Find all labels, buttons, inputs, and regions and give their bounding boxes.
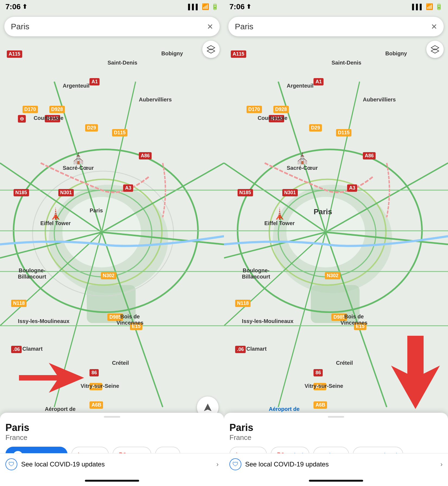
road-badge-d115-r: D115 bbox=[336, 129, 351, 136]
marker-bois: Bois deVincennes bbox=[117, 314, 144, 326]
search-value-left: Paris bbox=[11, 22, 207, 31]
marker-saint-denis-r: Saint-Denis bbox=[331, 60, 361, 66]
home-bar-right bbox=[309, 480, 363, 482]
search-bar-right[interactable]: Paris ✕ bbox=[228, 17, 444, 36]
marker-clamart-r: Clamart bbox=[247, 346, 267, 352]
home-indicator-right bbox=[224, 475, 448, 486]
map-panel-right: Courbevoie Argenteuil Saint-Denis Auberv… bbox=[224, 14, 448, 475]
road-badge-a86: A86 bbox=[139, 152, 152, 159]
road-badge-n118: N118 bbox=[11, 300, 27, 307]
marker-paris-label-r: Paris bbox=[313, 207, 332, 216]
map-svg-left bbox=[0, 14, 224, 475]
road-badge-a6b-r: A6B bbox=[313, 401, 327, 409]
home-indicator-left bbox=[0, 475, 224, 486]
road-badge-a6b: A6B bbox=[89, 401, 103, 409]
road-badge-n301-r: N301 bbox=[282, 189, 298, 196]
status-bar-left: 7:06 ⬆ ▌▌▌ 📶 🔋 bbox=[0, 0, 224, 14]
signal-left: ▌▌▌ bbox=[188, 4, 200, 10]
marker-vitry-r: Vitry-sur-Seine bbox=[305, 383, 343, 389]
marker-creteil-r: Créteil bbox=[336, 360, 353, 366]
svg-marker-22 bbox=[207, 49, 215, 53]
road-badge-a115: A115 bbox=[7, 50, 22, 58]
wifi-right: 📶 bbox=[426, 3, 433, 10]
road-badge-d29-r: D29 bbox=[309, 124, 322, 132]
search-value-right: Paris bbox=[235, 22, 431, 31]
road-badge-a115-r: A115 bbox=[231, 50, 246, 58]
maps-container: Courbevoie Argenteuil Saint-Denis Auberv… bbox=[0, 14, 448, 475]
sheet-handle-right bbox=[328, 416, 344, 418]
map-svg-right bbox=[224, 14, 448, 475]
svg-marker-45 bbox=[431, 46, 439, 50]
road-badge-a3: A3 bbox=[123, 184, 133, 192]
marker-argenteuil-r: Argenteuil bbox=[287, 83, 313, 89]
time-left: 7:06 bbox=[5, 2, 21, 11]
map-background-left[interactable]: Courbevoie Argenteuil Saint-Denis Auberv… bbox=[0, 14, 224, 475]
map-background-right[interactable]: Courbevoie Argenteuil Saint-Denis Auberv… bbox=[224, 14, 448, 475]
road-badge-86: 86 bbox=[89, 369, 99, 376]
signal-right: ▌▌▌ bbox=[412, 4, 424, 10]
place-country-right: France bbox=[229, 433, 443, 442]
road-badge-stop1: ⊖ bbox=[18, 115, 26, 123]
road-badge-06: .06 bbox=[11, 346, 22, 353]
gps-icon-right: ⬆ bbox=[246, 3, 251, 10]
road-badge-n302: N302 bbox=[101, 272, 116, 279]
svg-marker-46 bbox=[431, 49, 439, 53]
covid-bar-left[interactable]: 🛡 See local COVID-19 updates › bbox=[0, 453, 224, 475]
road-badge-86-r: 86 bbox=[313, 369, 323, 376]
close-icon-left[interactable]: ✕ bbox=[207, 22, 213, 31]
svg-marker-23 bbox=[204, 404, 212, 411]
layer-button-right[interactable] bbox=[426, 41, 444, 58]
marker-saint-denis: Saint-Denis bbox=[107, 60, 137, 66]
marker-boulogne-r: Boulogne-Billancourt bbox=[242, 267, 270, 280]
marker-sacre-coeur-label: ⛪ Sacré-Cœur bbox=[63, 152, 94, 171]
battery-left: 🔋 bbox=[211, 3, 219, 10]
marker-aubervilliers: Aubervilliers bbox=[139, 97, 172, 103]
svg-marker-21 bbox=[207, 46, 215, 50]
marker-courbevoie-r: Courbevoie bbox=[258, 115, 287, 121]
chevron-right-left: › bbox=[216, 461, 219, 468]
marker-aubervilliers-r: Aubervilliers bbox=[363, 97, 396, 103]
marker-bobigny: Bobigny bbox=[161, 50, 183, 57]
time-right: 7:06 bbox=[229, 2, 245, 11]
status-bar-right: 7:06 ⬆ ▌▌▌ 📶 🔋 bbox=[224, 0, 448, 14]
road-badge-n302-r: N302 bbox=[325, 272, 340, 279]
road-badge-d928-r: D928 bbox=[273, 106, 289, 113]
road-badge-06-r: .06 bbox=[235, 346, 246, 353]
road-badge-n185-r: N185 bbox=[238, 189, 253, 196]
marker-eiffel-label: 🗼 Eiffel Tower bbox=[40, 207, 71, 226]
road-badge-d170-r: D170 bbox=[247, 106, 262, 113]
covid-bar-right[interactable]: 🛡 See local COVID-19 updates › bbox=[224, 453, 448, 475]
marker-argenteuil: Argenteuil bbox=[63, 83, 89, 89]
place-country-left: France bbox=[5, 433, 219, 442]
home-bar-left bbox=[85, 480, 139, 482]
map-panel-left: Courbevoie Argenteuil Saint-Denis Auberv… bbox=[0, 14, 224, 475]
home-indicators bbox=[0, 475, 448, 486]
road-badge-n301: N301 bbox=[58, 189, 74, 196]
marker-issy-r: Issy-les-Moulineaux bbox=[242, 318, 293, 324]
shield-icon-right: 🛡 bbox=[229, 458, 241, 470]
marker-issy: Issy-les-Moulineaux bbox=[18, 318, 69, 324]
gps-icon: ⬆ bbox=[22, 3, 27, 10]
road-badge-n118-r: N118 bbox=[235, 300, 251, 307]
marker-paris-label: Paris bbox=[89, 207, 103, 214]
road-badge-d115: D115 bbox=[112, 129, 127, 136]
shield-icon-left: 🛡 bbox=[5, 458, 17, 470]
road-badge-a86-r: A86 bbox=[363, 152, 376, 159]
marker-vitry: Vitry-sur-Seine bbox=[81, 383, 119, 389]
marker-eiffel-label-r: 🗼 Eiffel Tower bbox=[264, 207, 295, 226]
wifi-left: 📶 bbox=[202, 3, 209, 10]
road-badge-n185: N185 bbox=[14, 189, 29, 196]
close-icon-right[interactable]: ✕ bbox=[431, 22, 437, 31]
road-badge-a1-r: A1 bbox=[313, 78, 324, 85]
battery-right: 🔋 bbox=[435, 3, 443, 10]
road-badge-a3-r: A3 bbox=[347, 184, 357, 192]
search-bar-left[interactable]: Paris ✕ bbox=[4, 17, 220, 36]
marker-courbevoie: Courbevoie bbox=[34, 115, 63, 121]
marker-creteil: Créteil bbox=[112, 360, 129, 366]
chevron-right-right: › bbox=[440, 461, 443, 468]
road-badge-d29: D29 bbox=[85, 124, 98, 132]
layer-button-left[interactable] bbox=[202, 41, 220, 58]
marker-sacre-coeur-label-r: ⛪ Sacré-Cœur bbox=[287, 152, 318, 171]
place-name-left: Paris bbox=[5, 422, 219, 433]
marker-clamart: Clamart bbox=[23, 346, 43, 352]
